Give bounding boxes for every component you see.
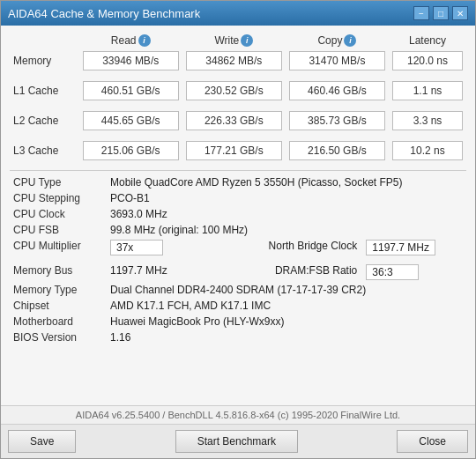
write-header: Write [214, 34, 239, 47]
bios-row: BIOS Version 1.16 [10, 329, 466, 345]
read-header: Read [111, 34, 137, 47]
north-bridge-label: North Bridge Clock [230, 238, 362, 257]
cpu-fsb-row: CPU FSB 99.8 MHz (original: 100 MHz) [10, 222, 466, 238]
dram-fsb-label: DRAM:FSB Ratio [230, 261, 362, 282]
bench-row-3: L3 Cache 215.06 GB/s 177.21 GB/s 216.50 … [10, 138, 466, 163]
footer: AIDA64 v6.25.5400 / BenchDLL 4.5.816.8-x… [1, 405, 475, 424]
copy-info-icon[interactable]: i [344, 34, 356, 47]
bench-label-3: L3 Cache [10, 138, 79, 163]
cpu-clock-value: 3693.0 MHz [107, 206, 466, 222]
bench-write-1: 230.52 GB/s [186, 81, 282, 100]
bench-latency-1: 1.1 ns [392, 81, 463, 100]
bench-read-0: 33946 MB/s [83, 51, 179, 70]
chipset-row: Chipset AMD K17.1 FCH, AMD K17.1 IMC [10, 298, 466, 314]
latency-header: Latency [409, 34, 446, 47]
copy-header: Copy [317, 34, 342, 47]
maximize-button[interactable]: □ [433, 6, 449, 20]
start-benchmark-button[interactable]: Start Benchmark [175, 430, 298, 453]
cpu-clock-label: CPU Clock [10, 206, 107, 222]
memory-bus-value: 1197.7 MHz [107, 261, 230, 282]
benchmark-table: Read i Write i Copy [10, 33, 466, 163]
bench-read-3: 215.06 GB/s [83, 141, 179, 160]
read-info-icon[interactable]: i [138, 34, 151, 47]
write-info-icon[interactable]: i [241, 34, 253, 47]
memory-type-row: Memory Type Dual Channel DDR4-2400 SDRAM… [10, 282, 466, 298]
bench-write-0: 34862 MB/s [186, 51, 282, 70]
cpu-clock-row: CPU Clock 3693.0 MHz [10, 206, 466, 222]
minimize-button[interactable]: − [413, 6, 429, 20]
bios-label: BIOS Version [10, 329, 107, 345]
cpu-stepping-value: PCO-B1 [107, 190, 466, 206]
memory-type-value: Dual Channel DDR4-2400 SDRAM (17-17-17-3… [107, 282, 466, 298]
bench-copy-3: 216.50 GB/s [289, 141, 385, 160]
cpu-multiplier-row: CPU Multiplier 37x North Bridge Clock 11… [10, 238, 466, 257]
motherboard-row: Motherboard Huawei MagicBook Pro (HLY-Wx… [10, 314, 466, 329]
cpu-stepping-row: CPU Stepping PCO-B1 [10, 190, 466, 206]
dram-fsb-value: 36:3 [366, 264, 419, 280]
bench-copy-2: 385.73 GB/s [289, 111, 385, 130]
info-table: CPU Type Mobile QuadCore AMD Ryzen 5 355… [10, 174, 466, 345]
north-bridge-value: 1197.7 MHz [366, 240, 435, 255]
close-window-button[interactable]: ✕ [452, 6, 468, 20]
save-button[interactable]: Save [8, 430, 76, 453]
bench-read-2: 445.65 GB/s [83, 111, 179, 130]
bench-latency-2: 3.3 ns [392, 111, 463, 130]
title-bar: AIDA64 Cache & Memory Benchmark − □ ✕ [1, 1, 475, 26]
window-title: AIDA64 Cache & Memory Benchmark [8, 7, 200, 20]
cpu-fsb-value: 99.8 MHz (original: 100 MHz) [107, 222, 466, 238]
motherboard-value: Huawei MagicBook Pro (HLY-Wx9xx) [107, 314, 466, 329]
content-area: Read i Write i Copy [1, 26, 475, 458]
bench-label-1: L1 Cache [10, 78, 79, 103]
main-window: AIDA64 Cache & Memory Benchmark − □ ✕ Re… [0, 0, 476, 459]
cpu-type-value: Mobile QuadCore AMD Ryzen 5 3550H (Picas… [107, 174, 466, 190]
chipset-value: AMD K17.1 FCH, AMD K17.1 IMC [107, 298, 466, 314]
bios-value: 1.16 [107, 329, 466, 345]
benchmark-area: Read i Write i Copy [1, 26, 475, 405]
cpu-type-label: CPU Type [10, 174, 107, 190]
memory-type-label: Memory Type [10, 282, 107, 298]
bench-row-2: L2 Cache 445.65 GB/s 226.33 GB/s 385.73 … [10, 108, 466, 133]
bench-copy-1: 460.46 GB/s [289, 81, 385, 100]
divider-1 [10, 170, 466, 171]
footer-text: AIDA64 v6.25.5400 / BenchDLL 4.5.816.8-x… [76, 410, 400, 420]
cpu-multiplier-label: CPU Multiplier [10, 238, 107, 257]
bench-label-0: Memory [10, 48, 79, 73]
bench-latency-0: 120.0 ns [392, 51, 463, 70]
window-controls: − □ ✕ [413, 6, 468, 20]
bench-write-3: 177.21 GB/s [186, 141, 282, 160]
button-bar: Save Start Benchmark Close [1, 424, 475, 458]
cpu-type-row: CPU Type Mobile QuadCore AMD Ryzen 5 355… [10, 174, 466, 190]
memory-bus-label: Memory Bus [10, 261, 107, 282]
memory-bus-row: Memory Bus 1197.7 MHz DRAM:FSB Ratio 36:… [10, 261, 466, 282]
bench-copy-0: 31470 MB/s [289, 51, 385, 70]
cpu-multiplier-value: 37x [110, 240, 163, 255]
bench-read-1: 460.51 GB/s [83, 81, 179, 100]
close-button[interactable]: Close [397, 430, 468, 453]
cpu-stepping-label: CPU Stepping [10, 190, 107, 206]
motherboard-label: Motherboard [10, 314, 107, 329]
chipset-label: Chipset [10, 298, 107, 314]
cpu-fsb-label: CPU FSB [10, 222, 107, 238]
bench-label-2: L2 Cache [10, 108, 79, 133]
bench-write-2: 226.33 GB/s [186, 111, 282, 130]
bench-row-1: L1 Cache 460.51 GB/s 230.52 GB/s 460.46 … [10, 78, 466, 103]
bench-latency-3: 10.2 ns [392, 141, 463, 160]
bench-row-0: Memory 33946 MB/s 34862 MB/s 31470 MB/s … [10, 48, 466, 73]
